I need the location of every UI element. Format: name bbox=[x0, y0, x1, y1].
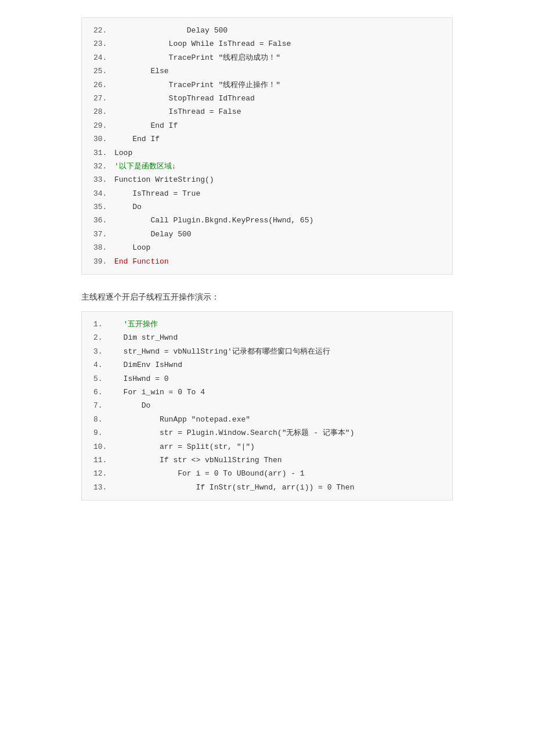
code-line: 36. Call Plugin.Bkgnd.KeyPress(Hwnd, 65) bbox=[93, 214, 441, 227]
code-line: 23. Loop While IsThread = False bbox=[93, 37, 441, 51]
code-line: 34. IsThread = True bbox=[93, 187, 441, 200]
line-number: 39. bbox=[93, 255, 111, 268]
code-line: 33.Function WriteString() bbox=[93, 173, 441, 186]
line-content: IsThread = True bbox=[114, 187, 200, 200]
code-block-2: 1. '五开操作2. Dim str_Hwnd3. str_Hwnd = vbN… bbox=[81, 311, 453, 501]
line-content: Loop bbox=[114, 146, 132, 160]
line-number: 24. bbox=[93, 51, 111, 64]
line-number: 34. bbox=[93, 187, 111, 200]
line-number: 3. bbox=[93, 345, 111, 358]
code-line: 6. For i_win = 0 To 4 bbox=[93, 386, 441, 399]
code-line: 3. str_Hwnd = vbNullString'记录都有哪些窗口句柄在运行 bbox=[93, 345, 441, 358]
line-content: DimEnv IsHwnd bbox=[114, 358, 182, 372]
line-content: StopThread IdThread bbox=[114, 92, 255, 105]
line-number: 28. bbox=[93, 105, 111, 118]
section-label: 主线程逐个开启子线程五开操作演示： bbox=[81, 292, 453, 303]
code-line: 8. RunApp "notepad.exe" bbox=[93, 413, 441, 426]
line-content: Delay 500 bbox=[114, 228, 192, 241]
line-content: arr = Split(str, "|") bbox=[114, 440, 255, 453]
line-content: End If bbox=[114, 132, 160, 146]
line-content: str_Hwnd = vbNullString'记录都有哪些窗口句柄在运行 bbox=[114, 345, 330, 358]
line-content: str = Plugin.Window.Search("无标题 - 记事本") bbox=[114, 426, 354, 440]
line-number: 8. bbox=[93, 413, 111, 426]
line-content: Loop While IsThread = False bbox=[114, 37, 291, 51]
line-content: Function WriteString() bbox=[114, 173, 214, 186]
line-number: 38. bbox=[93, 241, 111, 254]
line-number: 6. bbox=[93, 386, 111, 399]
line-content: Dim str_Hwnd bbox=[114, 331, 178, 344]
line-number: 25. bbox=[93, 64, 111, 78]
line-content: RunApp "notepad.exe" bbox=[114, 413, 250, 426]
code-line: 7. Do bbox=[93, 399, 441, 412]
code-line: 31.Loop bbox=[93, 146, 441, 160]
line-content: Do bbox=[114, 399, 150, 412]
code-line: 26. TracePrint "线程停止操作！" bbox=[93, 78, 441, 92]
code-block-1: 22. Delay 50023. Loop While IsThread = F… bbox=[81, 17, 453, 275]
line-number: 31. bbox=[93, 146, 111, 160]
line-content: For i = 0 To UBound(arr) - 1 bbox=[114, 467, 305, 480]
line-number: 22. bbox=[93, 24, 111, 37]
line-content: Delay 500 bbox=[114, 24, 228, 37]
line-content: For i_win = 0 To 4 bbox=[114, 386, 205, 399]
line-number: 12. bbox=[93, 467, 111, 480]
code-line: 32.'以下是函数区域↓ bbox=[93, 160, 441, 173]
line-content: Else bbox=[114, 64, 169, 78]
code-line: 5. IsHwnd = 0 bbox=[93, 372, 441, 386]
line-content: IsThread = False bbox=[114, 105, 241, 118]
line-content: Call Plugin.Bkgnd.KeyPress(Hwnd, 65) bbox=[114, 214, 313, 227]
line-number: 10. bbox=[93, 440, 111, 453]
line-number: 30. bbox=[93, 132, 111, 146]
code-line: 11. If str <> vbNullString Then bbox=[93, 453, 441, 467]
line-number: 33. bbox=[93, 173, 111, 186]
line-number: 5. bbox=[93, 372, 111, 386]
line-number: 37. bbox=[93, 228, 111, 241]
line-content: TracePrint "线程停止操作！" bbox=[114, 78, 280, 92]
line-content: '五开操作 bbox=[114, 318, 158, 331]
code-line: 2. Dim str_Hwnd bbox=[93, 331, 441, 344]
line-content: '以下是函数区域↓ bbox=[114, 160, 176, 173]
line-number: 2. bbox=[93, 331, 111, 344]
line-number: 9. bbox=[93, 426, 111, 440]
code-line: 28. IsThread = False bbox=[93, 105, 441, 118]
line-number: 35. bbox=[93, 200, 111, 214]
line-content: Do bbox=[114, 200, 142, 214]
code-line: 4. DimEnv IsHwnd bbox=[93, 358, 441, 372]
code-line: 38. Loop bbox=[93, 241, 441, 254]
line-content: Loop bbox=[114, 241, 150, 254]
line-content: TracePrint "线程启动成功！" bbox=[114, 51, 280, 64]
code-line: 30. End If bbox=[93, 132, 441, 146]
line-number: 27. bbox=[93, 92, 111, 105]
line-number: 29. bbox=[93, 119, 111, 132]
line-number: 36. bbox=[93, 214, 111, 227]
code-line: 13. If InStr(str_Hwnd, arr(i)) = 0 Then bbox=[93, 481, 441, 494]
line-number: 7. bbox=[93, 399, 111, 412]
line-number: 26. bbox=[93, 78, 111, 92]
line-content: End If bbox=[114, 119, 178, 132]
code-line: 35. Do bbox=[93, 200, 441, 214]
line-content: IsHwnd = 0 bbox=[114, 372, 169, 386]
line-number: 4. bbox=[93, 358, 111, 372]
code-line: 22. Delay 500 bbox=[93, 24, 441, 37]
code-line: 27. StopThread IdThread bbox=[93, 92, 441, 105]
code-line: 25. Else bbox=[93, 64, 441, 78]
code-line: 1. '五开操作 bbox=[93, 318, 441, 331]
code-line: 24. TracePrint "线程启动成功！" bbox=[93, 51, 441, 64]
line-content: End Function bbox=[114, 255, 169, 268]
code-line: 29. End If bbox=[93, 119, 441, 132]
code-line: 37. Delay 500 bbox=[93, 228, 441, 241]
code-line: 12. For i = 0 To UBound(arr) - 1 bbox=[93, 467, 441, 480]
line-number: 11. bbox=[93, 453, 111, 467]
line-content: If InStr(str_Hwnd, arr(i)) = 0 Then bbox=[114, 481, 354, 494]
code-line: 39.End Function bbox=[93, 255, 441, 268]
line-content: If str <> vbNullString Then bbox=[114, 453, 282, 467]
line-number: 1. bbox=[93, 318, 111, 331]
line-number: 13. bbox=[93, 481, 111, 494]
code-line: 10. arr = Split(str, "|") bbox=[93, 440, 441, 453]
line-number: 32. bbox=[93, 160, 111, 173]
line-number: 23. bbox=[93, 37, 111, 51]
code-line: 9. str = Plugin.Window.Search("无标题 - 记事本… bbox=[93, 426, 441, 440]
